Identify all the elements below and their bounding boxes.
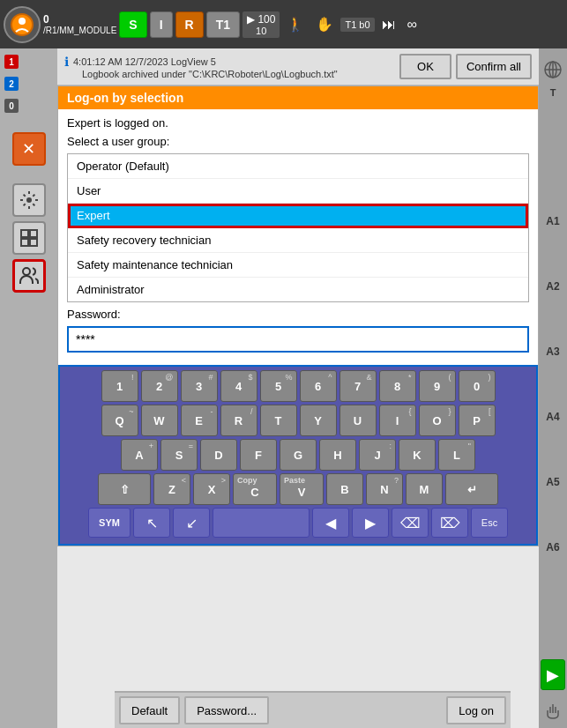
infinity-icon: ∞ bbox=[403, 13, 422, 36]
key-shift[interactable]: ⇧ bbox=[98, 473, 151, 505]
key-7[interactable]: &7 bbox=[339, 370, 377, 402]
kb-row-asdf: +A =S D F G H :J K "L bbox=[63, 439, 533, 471]
key-m[interactable]: M bbox=[406, 473, 443, 505]
key-h[interactable]: H bbox=[319, 439, 356, 471]
log-on-button[interactable]: Log on bbox=[446, 696, 506, 724]
ok-button[interactable]: OK bbox=[399, 54, 451, 79]
btn-i[interactable]: I bbox=[150, 11, 173, 38]
key-w[interactable]: W bbox=[141, 405, 178, 436]
axis-a4: A4 bbox=[546, 411, 559, 423]
confirm-all-button[interactable]: Confirm all bbox=[456, 54, 532, 79]
key-arrow-left[interactable]: ◀ bbox=[312, 508, 349, 538]
module-label: /R1/MM_MODULE bbox=[43, 26, 116, 35]
key-g[interactable]: G bbox=[280, 439, 317, 471]
key-0[interactable]: )0 bbox=[459, 370, 496, 402]
btn-t1[interactable]: T1 bbox=[206, 11, 240, 38]
key-l[interactable]: "L bbox=[438, 439, 475, 471]
group-label: Select a user group: bbox=[67, 135, 529, 148]
close-button[interactable]: ✕ bbox=[12, 132, 46, 166]
globe-icon[interactable] bbox=[541, 57, 565, 82]
key-n[interactable]: ?N bbox=[366, 473, 403, 505]
right-play-button[interactable]: ▶ bbox=[541, 659, 565, 690]
robot-icon[interactable] bbox=[4, 6, 41, 43]
keyboard: !1 @2 #3 $4 %5 ^6 &7 *8 (9 )0 ~Q W -E /R… bbox=[58, 365, 538, 546]
badge-zero: 0 bbox=[4, 99, 19, 113]
key-k[interactable]: K bbox=[399, 439, 436, 471]
key-x[interactable]: >X bbox=[193, 473, 230, 505]
key-b[interactable]: B bbox=[326, 473, 363, 505]
key-z[interactable]: <Z bbox=[153, 473, 190, 505]
key-4[interactable]: $4 bbox=[220, 370, 257, 402]
key-j[interactable]: :J bbox=[359, 439, 396, 471]
key-r[interactable]: /R bbox=[220, 405, 257, 436]
key-enter[interactable]: ↵ bbox=[445, 473, 498, 505]
key-p[interactable]: [P bbox=[459, 405, 496, 436]
default-button[interactable]: Default bbox=[119, 696, 180, 724]
right-hand-icon[interactable] bbox=[541, 699, 565, 724]
user-user[interactable]: User bbox=[68, 179, 528, 204]
key-e[interactable]: -E bbox=[181, 405, 218, 436]
left-sidebar: 1 2 0 ✕ bbox=[0, 48, 57, 728]
key-5[interactable]: %5 bbox=[260, 370, 297, 402]
btn-s[interactable]: S bbox=[119, 11, 146, 38]
kb-row-numbers: !1 @2 #3 $4 %5 ^6 &7 *8 (9 )0 bbox=[63, 370, 533, 402]
password-input[interactable]: **** bbox=[67, 326, 529, 353]
key-sym[interactable]: SYM bbox=[88, 508, 131, 538]
key-2[interactable]: @2 bbox=[141, 370, 178, 402]
btn-r[interactable]: R bbox=[175, 11, 204, 38]
key-q[interactable]: ~Q bbox=[101, 405, 138, 436]
user-operator[interactable]: Operator (Default) bbox=[68, 154, 528, 179]
key-3[interactable]: #3 bbox=[181, 370, 218, 402]
key-esc[interactable]: Esc bbox=[471, 508, 508, 538]
key-u[interactable]: U bbox=[339, 405, 377, 436]
hand-icon: ✋ bbox=[311, 12, 338, 36]
sidebar-row-1: 1 bbox=[0, 53, 57, 71]
gear-button[interactable] bbox=[12, 183, 46, 217]
grid-button[interactable] bbox=[12, 221, 46, 255]
key-8[interactable]: *8 bbox=[379, 370, 416, 402]
key-arrow-right[interactable]: ▶ bbox=[352, 508, 389, 538]
key-arrow-upleft[interactable]: ↖ bbox=[133, 508, 170, 538]
key-backspace[interactable]: ⌫ bbox=[392, 508, 429, 538]
key-s[interactable]: =S bbox=[160, 439, 198, 471]
sidebar-row-3: 0 bbox=[0, 97, 57, 115]
users-button[interactable] bbox=[12, 259, 46, 293]
t1-display: T1 b0 bbox=[340, 18, 374, 32]
key-o[interactable]: }O bbox=[419, 405, 456, 436]
user-administrator[interactable]: Administrator bbox=[68, 278, 528, 301]
key-9[interactable]: (9 bbox=[419, 370, 456, 402]
key-copy-c[interactable]: Copy C bbox=[233, 473, 277, 505]
status-text: Expert is logged on. bbox=[67, 116, 529, 130]
skip-icon[interactable]: ⏭ bbox=[377, 13, 400, 36]
user-list: Operator (Default) User Expert Safety re… bbox=[67, 153, 529, 302]
key-y[interactable]: Y bbox=[300, 405, 337, 436]
info-bar: ℹ 4:01:12 AM 12/7/2023 LogView 5 Logbook… bbox=[57, 48, 539, 85]
sidebar-row-2: 2 bbox=[0, 75, 57, 93]
key-paste-v[interactable]: Paste V bbox=[280, 473, 324, 505]
svg-rect-6 bbox=[30, 239, 37, 246]
key-f[interactable]: F bbox=[240, 439, 277, 471]
bottom-bar: Default Password... Log on bbox=[115, 691, 511, 728]
axis-a3: A3 bbox=[546, 345, 559, 358]
key-d[interactable]: D bbox=[200, 439, 237, 471]
svg-rect-5 bbox=[21, 239, 28, 246]
user-safety-recovery[interactable]: Safety recovery technician bbox=[68, 228, 528, 253]
key-delete[interactable]: ⌦ bbox=[431, 508, 468, 538]
login-dialog: Log-on by selection Expert is logged on.… bbox=[57, 85, 539, 546]
walk-icon: 🚶 bbox=[282, 12, 309, 36]
key-6[interactable]: ^6 bbox=[300, 370, 337, 402]
password-button[interactable]: Password... bbox=[184, 696, 269, 724]
info-icon: ℹ bbox=[64, 55, 69, 69]
key-space[interactable] bbox=[213, 508, 310, 538]
info-line2: Logbook archived under "C:\KRC\Roboter\L… bbox=[64, 69, 399, 79]
user-safety-maintenance[interactable]: Safety maintenance technician bbox=[68, 253, 528, 278]
key-arrow-downleft[interactable]: ↙ bbox=[173, 508, 210, 538]
kb-row-shift: ⇧ <Z >X Copy C Paste V B ?N M ↵ bbox=[63, 473, 533, 505]
key-i[interactable]: {I bbox=[379, 405, 416, 436]
module-info: 0 /R1/MM_MODULE bbox=[43, 13, 116, 35]
key-t[interactable]: T bbox=[260, 405, 297, 436]
key-a[interactable]: +A bbox=[121, 439, 158, 471]
axis-a2: A2 bbox=[546, 280, 559, 293]
key-1[interactable]: !1 bbox=[101, 370, 138, 402]
user-expert[interactable]: Expert bbox=[68, 204, 528, 228]
